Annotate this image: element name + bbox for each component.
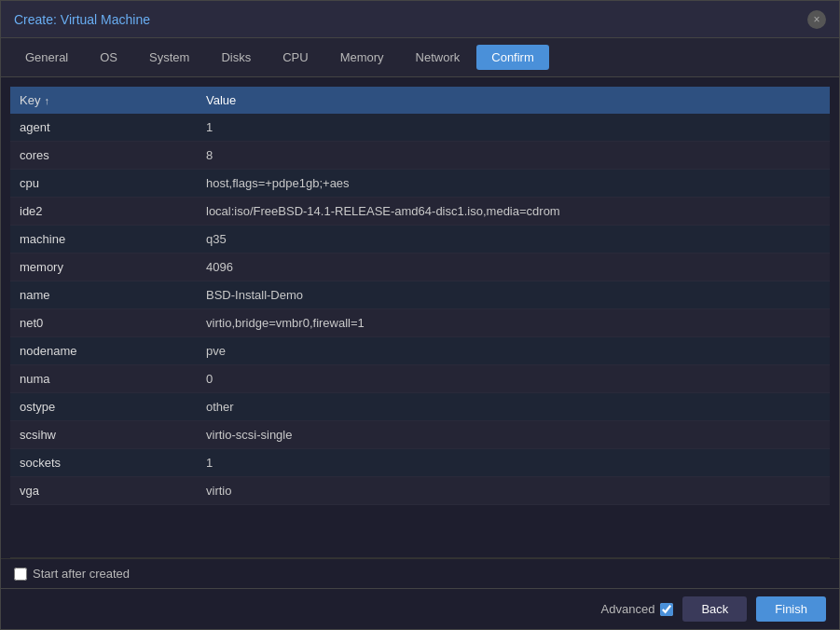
table-row: agent1 (10, 114, 830, 142)
start-after-checkbox[interactable] (14, 568, 27, 581)
table-row: nodenamepve (10, 337, 830, 365)
table-cell-value: pve (197, 337, 830, 365)
footer: Advanced Back Finish (1, 588, 839, 629)
table-cell-value: local:iso/FreeBSD-14.1-RELEASE-amd64-dis… (197, 198, 830, 226)
tab-confirm[interactable]: Confirm (476, 45, 549, 70)
tab-disks[interactable]: Disks (206, 45, 266, 70)
finish-button[interactable]: Finish (756, 596, 826, 622)
table-cell-key: cpu (10, 170, 197, 198)
table-cell-value: virtio (197, 477, 830, 505)
create-vm-dialog: Create: Virtual Machine × General OS Sys… (0, 0, 840, 630)
table-cell-value: 0 (197, 365, 830, 393)
table-row: vgavirtio (10, 477, 830, 505)
table-row: machineq35 (10, 226, 830, 253)
table-cell-key: ide2 (10, 198, 197, 226)
table-row: ide2local:iso/FreeBSD-14.1-RELEASE-amd64… (10, 198, 830, 226)
start-after-label[interactable]: Start after created (14, 567, 826, 581)
advanced-checkbox[interactable] (660, 603, 673, 616)
table-cell-key: nodename (10, 337, 197, 365)
table-row: scsihwvirtio-scsi-single (10, 421, 830, 449)
table-cell-value: 1 (197, 114, 830, 142)
table-row: ostypeother (10, 393, 830, 421)
table-cell-value: q35 (197, 226, 830, 253)
table-cell-value: 1 (197, 449, 830, 477)
table-cell-key: sockets (10, 449, 197, 477)
table-cell-key: agent (10, 114, 197, 142)
tab-system[interactable]: System (134, 45, 204, 70)
table-body: agent1cores8cpuhost,flags=+pdpe1gb;+aesi… (10, 114, 830, 505)
tab-cpu[interactable]: CPU (268, 45, 323, 70)
confirm-table: Key↑ Value agent1cores8cpuhost,flags=+pd… (10, 87, 830, 505)
table-cell-key: machine (10, 226, 197, 253)
dialog-title: Create: Virtual Machine (14, 12, 150, 27)
tab-bar: General OS System Disks CPU Memory Netwo… (1, 38, 839, 77)
tab-network[interactable]: Network (401, 45, 475, 70)
back-button[interactable]: Back (682, 596, 747, 622)
table-cell-value: 8 (197, 142, 830, 170)
table-row: numa0 (10, 365, 830, 393)
table-cell-key: numa (10, 365, 197, 393)
table-cell-value: virtio-scsi-single (197, 421, 830, 449)
table-cell-key: net0 (10, 309, 197, 337)
table-cell-key: memory (10, 253, 197, 281)
table-row: cpuhost,flags=+pdpe1gb;+aes (10, 170, 830, 198)
table-cell-key: ostype (10, 393, 197, 421)
sort-arrow-icon: ↑ (44, 95, 49, 106)
table-cell-value: host,flags=+pdpe1gb;+aes (197, 170, 830, 198)
tab-os[interactable]: OS (85, 45, 132, 70)
table-cell-value: virtio,bridge=vmbr0,firewall=1 (197, 309, 830, 337)
table-cell-key: cores (10, 142, 197, 170)
close-button[interactable]: × (807, 10, 826, 29)
col-header-value[interactable]: Value (197, 87, 830, 114)
table-row: cores8 (10, 142, 830, 170)
table-cell-value: 4096 (197, 253, 830, 281)
title-bar: Create: Virtual Machine × (1, 1, 839, 38)
table-row: memory4096 (10, 253, 830, 281)
table-row: net0virtio,bridge=vmbr0,firewall=1 (10, 309, 830, 337)
table-row: nameBSD-Install-Demo (10, 281, 830, 309)
table-cell-value: BSD-Install-Demo (197, 281, 830, 309)
table-cell-key: name (10, 281, 197, 309)
tab-memory[interactable]: Memory (325, 45, 399, 70)
table-cell-key: scsihw (10, 421, 197, 449)
table-cell-key: vga (10, 477, 197, 505)
table-row: sockets1 (10, 449, 830, 477)
table-cell-value: other (197, 393, 830, 421)
confirm-content: Key↑ Value agent1cores8cpuhost,flags=+pd… (1, 77, 839, 557)
col-header-key[interactable]: Key↑ (10, 87, 197, 114)
advanced-label: Advanced (601, 602, 655, 616)
advanced-section: Advanced (601, 602, 674, 616)
tab-general[interactable]: General (10, 45, 83, 70)
